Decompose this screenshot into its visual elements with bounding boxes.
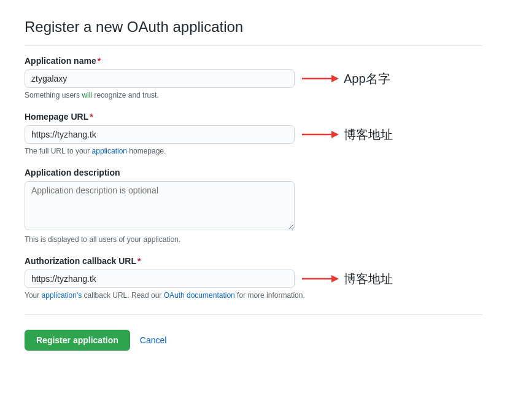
register-application-button[interactable]: Register application: [25, 330, 130, 351]
homepage-url-input[interactable]: [25, 125, 295, 144]
callback-url-input-row: 博客地址: [25, 270, 482, 288]
callback-url-input[interactable]: [25, 270, 295, 288]
homepage-url-group: Homepage URL* 博客地址 The full URL to your …: [25, 112, 482, 155]
homepage-url-input-row: 博客地址: [25, 125, 482, 144]
app-name-input[interactable]: [25, 69, 295, 88]
callback-hint: Your application's callback URL. Read ou…: [25, 291, 482, 300]
homepage-hint: The full URL to your application homepag…: [25, 147, 482, 155]
callback-hint-link1[interactable]: application's: [42, 291, 82, 300]
form-divider: [25, 314, 482, 315]
svg-marker-5: [331, 275, 339, 282]
callback-url-group: Authorization callback URL* 博客地址 Your ap…: [25, 256, 482, 300]
arrow-icon: [302, 71, 339, 86]
page-title: Register a new OAuth application: [25, 18, 482, 46]
callback-arrow-icon: [302, 271, 339, 286]
required-star-2: *: [90, 112, 93, 122]
homepage-arrow-icon: [302, 127, 339, 142]
app-name-label: Application name*: [25, 56, 482, 66]
app-name-annotation: App名字: [344, 71, 390, 87]
callback-hint-link2[interactable]: OAuth documentation: [164, 291, 235, 300]
description-group: Application description This is displaye…: [25, 168, 482, 244]
required-star: *: [98, 56, 101, 66]
callback-annotation-row: 博客地址: [302, 271, 393, 287]
app-name-annotation-row: App名字: [302, 71, 390, 87]
cancel-button[interactable]: Cancel: [140, 330, 167, 350]
homepage-annotation: 博客地址: [344, 126, 393, 143]
app-name-hint: Something users will recognize and trust…: [25, 91, 482, 99]
description-label: Application description: [25, 168, 482, 177]
app-name-group: Application name* App名字 Something users …: [25, 56, 482, 99]
description-hint: This is displayed to all users of your a…: [25, 235, 482, 244]
app-name-hint-link[interactable]: will: [82, 91, 92, 99]
svg-marker-3: [331, 131, 339, 138]
app-name-input-row: App名字: [25, 69, 482, 88]
callback-url-label: Authorization callback URL*: [25, 256, 482, 266]
homepage-hint-link[interactable]: application: [92, 147, 127, 155]
description-input[interactable]: [25, 181, 295, 230]
homepage-url-label: Homepage URL*: [25, 112, 482, 122]
svg-marker-1: [331, 75, 339, 82]
button-row: Register application Cancel: [25, 330, 482, 351]
homepage-annotation-row: 博客地址: [302, 126, 393, 143]
callback-annotation: 博客地址: [344, 271, 393, 287]
required-star-3: *: [137, 256, 141, 266]
